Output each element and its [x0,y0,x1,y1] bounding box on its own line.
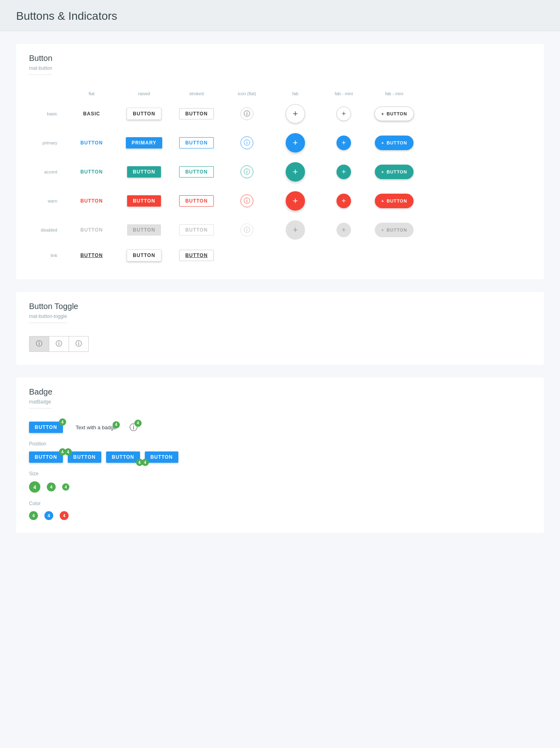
position-buttons-row: BUTTON 4 BUTTON 4 BUTTON 4 BUTTON 4 [29,451,531,463]
size-section: Size 4 4 4 [29,471,531,493]
fab-ext-disabled-label: BUTTON [387,228,407,232]
raised-basic-button[interactable]: BUTTON [127,108,161,120]
fab-disabled-cell: + [271,215,320,244]
position-btn-above-after: BUTTON 4 [29,451,63,463]
col-header-flat: flat [65,88,118,99]
plus-icon: + [293,225,298,235]
raised-disabled-button: BUTTON [127,224,161,236]
fab-link-cell [271,251,320,260]
flat-disabled-cell: BUTTON [65,220,118,240]
stroked-primary-cell: BUTTON [170,132,223,153]
fab-mini-primary-button[interactable]: + [336,136,351,150]
badge-main-button-wrap: BUTTON 4 [29,422,63,433]
fab-ext-primary-label: BUTTON [387,140,407,145]
icon-accent-cell: ⓘ [223,161,271,183]
fab-ext-accent-button[interactable]: + BUTTON [375,165,414,179]
fab-ext-warn-button[interactable]: + BUTTON [375,194,414,208]
page-title: Buttons & Indicators [16,10,544,23]
raised-link-button[interactable]: BUTTON [127,249,161,261]
col-header-fab-mini2: fab - mini [368,88,420,99]
stroked-accent-button[interactable]: BUTTON [179,166,214,178]
info-icon: ⓘ [244,110,250,118]
raised-disabled-cell: BUTTON [118,219,170,240]
icon-flat-warn-button[interactable]: ⓘ [240,194,253,207]
flat-basic-button[interactable]: BASIC [79,109,104,119]
fab-accent-button[interactable]: + [286,162,305,182]
stroked-link-button[interactable]: BUTTON [179,250,214,261]
plus-icon: + [381,111,384,116]
stroked-link-cell: BUTTON [170,245,223,266]
position-button-0[interactable]: BUTTON [29,451,63,463]
toggle-button-0[interactable]: ⓘ [29,336,49,351]
plus-icon: + [342,139,346,147]
raised-primary-cell: PRIMARY [118,132,170,153]
position-button-1[interactable]: BUTTON [68,451,102,463]
position-button-3[interactable]: BUTTON [145,451,179,463]
flat-warn-button[interactable]: BUTTON [76,196,107,206]
fab-ext-warn-cell: + BUTTON [368,189,420,213]
badge-main-button[interactable]: BUTTON [29,422,63,433]
col-header-raised: raised [118,88,170,99]
stroked-basic-button[interactable]: BUTTON [179,108,214,119]
position-section: Position BUTTON 4 BUTTON 4 BUTTON 4 [29,441,531,463]
toggle-button-2[interactable]: ⓘ [69,336,88,351]
fab-warn-cell: + [271,186,320,215]
raised-primary-button[interactable]: PRIMARY [126,137,162,148]
fab-ext-basic-cell: + BUTTON [368,102,420,126]
icon-primary-cell: ⓘ [223,132,271,154]
raised-accent-cell: BUTTON [118,161,170,182]
size-circles-row: 4 4 4 [29,481,531,493]
fab-mini-disabled-button: + [336,223,351,237]
position-label: Position [29,441,53,447]
col-header-fab-mini: fab - mini [320,88,368,99]
stroked-warn-cell: BUTTON [170,190,223,211]
icon-flat-basic-button[interactable]: ⓘ [240,107,253,120]
stroked-primary-button[interactable]: BUTTON [179,137,214,148]
plus-icon: + [342,226,346,234]
button-section: Button mat-button flat raised stroked ic… [16,44,544,279]
info-icon: ⓘ [244,226,250,234]
flat-link-button[interactable]: BUTTON [76,250,107,261]
fab-ext-warn-label: BUTTON [387,198,407,203]
fab-ext-primary-cell: + BUTTON [368,131,420,155]
color-section: Color 4 4 4 [29,501,531,520]
toggle-button-1[interactable]: ⓘ [49,336,69,351]
fab-basic-button[interactable]: + [286,104,305,123]
content-area: Button mat-button flat raised stroked ic… [0,31,560,559]
fab-ext-basic-label: BUTTON [387,111,407,116]
fab-mini-basic-button[interactable]: + [336,107,351,121]
fab-primary-button[interactable]: + [286,133,305,153]
position-badge-3: 4 [142,459,149,466]
raised-warn-button[interactable]: BUTTON [127,195,161,207]
plus-icon: + [293,196,298,206]
fab-accent-cell: + [271,157,320,186]
fab-primary-cell: + [271,128,320,157]
color-circle-red: 4 [60,511,69,520]
flat-accent-button[interactable]: BUTTON [76,167,107,177]
plus-icon: + [381,228,384,232]
fab-mini-accent-button[interactable]: + [336,165,351,179]
size-label: Size [29,471,531,476]
stroked-warn-button[interactable]: BUTTON [179,195,214,207]
icon-flat-accent-button[interactable]: ⓘ [240,165,253,178]
icon-flat-primary-button[interactable]: ⓘ [240,136,253,149]
fab-ext-basic-button[interactable]: + BUTTON [374,107,414,121]
badge-text-count: 4 [113,421,120,428]
color-circle-green: 4 [29,511,38,520]
stroked-accent-cell: BUTTON [170,161,223,182]
badge-main-row: BUTTON 4 Text with a badge 4 ⓘ 4 [29,422,531,433]
fab-ext-disabled-button: + BUTTON [375,223,414,237]
position-button-2[interactable]: BUTTON [106,451,140,463]
info-icon: ⓘ [244,168,250,176]
flat-primary-button[interactable]: BUTTON [76,138,107,148]
fab-ext-link-cell [368,251,420,260]
icon-link-cell [223,251,271,260]
size-circle-medium: 4 [47,483,56,491]
fab-mini-warn-button[interactable]: + [336,194,351,208]
fab-ext-primary-button[interactable]: + BUTTON [375,136,414,150]
row-label-accent: accent [29,163,65,181]
fab-mini-link-cell [320,251,368,260]
raised-accent-button[interactable]: BUTTON [127,166,161,178]
fab-warn-button[interactable]: + [286,191,305,211]
flat-accent-cell: BUTTON [65,162,118,182]
